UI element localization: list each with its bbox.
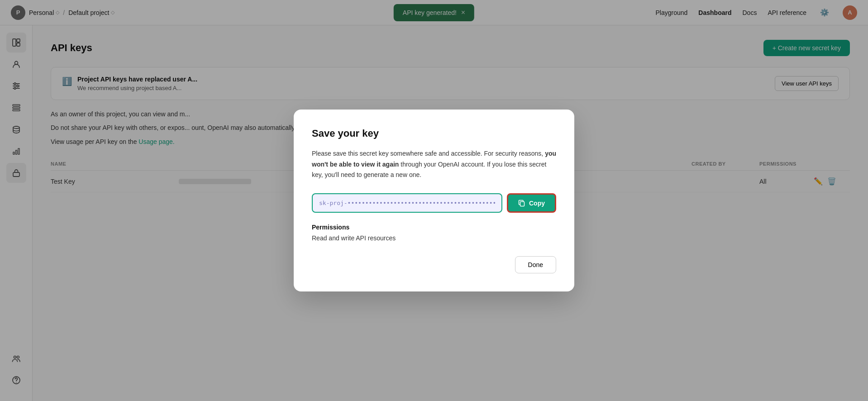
modal-description: Please save this secret key somewhere sa…: [312, 148, 556, 181]
save-key-modal: Save your key Please save this secret ke…: [294, 110, 574, 291]
modal-title: Save your key: [312, 128, 556, 139]
permissions-value: Read and write API resources: [312, 234, 556, 242]
permissions-label: Permissions: [312, 224, 556, 231]
modal-footer: Done: [312, 256, 556, 273]
modal-overlay: Save your key Please save this secret ke…: [0, 0, 868, 401]
done-button[interactable]: Done: [515, 256, 556, 273]
svg-rect-22: [520, 201, 525, 206]
copy-icon: [518, 200, 525, 207]
key-input-row: Copy: [312, 193, 556, 213]
api-key-input[interactable]: [312, 193, 502, 213]
copy-button[interactable]: Copy: [507, 193, 556, 213]
